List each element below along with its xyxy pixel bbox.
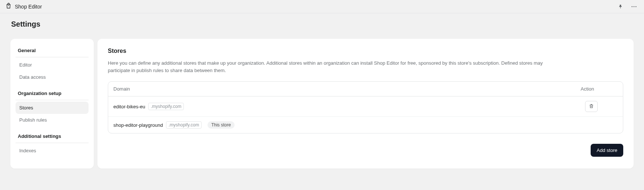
column-header-action: Action <box>581 86 618 92</box>
domain-suffix-badge: .myshopify.com <box>166 121 202 129</box>
sidebar-item-editor[interactable]: Editor <box>16 59 89 71</box>
store-domain-name: shop-editor-playground <box>113 122 163 128</box>
sidebar-item-data-access[interactable]: Data access <box>16 71 89 83</box>
sidebar-group-general: General Editor Data access <box>16 45 89 83</box>
page-header: Settings <box>0 13 644 34</box>
content-area: General Editor Data access Organization … <box>0 34 644 179</box>
shopping-bag-icon <box>5 3 12 10</box>
sidebar-group-title: General <box>16 45 89 57</box>
section-description: Here you can define any additional store… <box>108 60 560 74</box>
page-title: Settings <box>11 20 633 28</box>
top-bar-right <box>617 2 639 11</box>
table-header: Domain Action <box>108 82 623 96</box>
trash-icon <box>589 104 594 110</box>
domain-suffix-badge: .myshopify.com <box>148 103 184 110</box>
sidebar-group-additional-settings: Additional settings Indexes <box>16 131 89 157</box>
add-store-button[interactable]: Add store <box>591 144 623 157</box>
domain-cell: shop-editor-playground .myshopify.com Th… <box>113 121 581 129</box>
sidebar-item-publish-rules[interactable]: Publish rules <box>16 114 89 126</box>
delete-store-button[interactable] <box>585 101 598 112</box>
domain-cell: editor-bikes-eu .myshopify.com <box>113 103 581 110</box>
table-row: shop-editor-playground .myshopify.com Th… <box>108 117 623 133</box>
footer-actions: Add store <box>108 144 623 157</box>
pin-button[interactable] <box>617 3 625 11</box>
svg-point-0 <box>631 6 633 7</box>
settings-sidebar: General Editor Data access Organization … <box>10 39 94 169</box>
sidebar-group-title: Additional settings <box>16 131 89 143</box>
sidebar-item-stores[interactable]: Stores <box>16 102 89 114</box>
column-header-domain: Domain <box>113 86 581 92</box>
app-title: Shop Editor <box>15 4 42 10</box>
store-domain-name: editor-bikes-eu <box>113 104 145 109</box>
action-cell <box>581 101 618 112</box>
svg-point-2 <box>635 6 637 7</box>
stores-table: Domain Action editor-bikes-eu .myshopify… <box>108 81 623 133</box>
table-row: editor-bikes-eu .myshopify.com <box>108 96 623 117</box>
more-options-button[interactable] <box>629 2 639 11</box>
svg-point-1 <box>634 6 635 7</box>
stores-panel: Stores Here you can define any additiona… <box>97 39 634 169</box>
sidebar-group-title: Organization setup <box>16 88 89 100</box>
section-title: Stores <box>108 48 623 54</box>
top-bar: Shop Editor <box>0 0 644 13</box>
sidebar-item-indexes[interactable]: Indexes <box>16 145 89 157</box>
top-bar-left: Shop Editor <box>5 3 42 10</box>
sidebar-group-organization-setup: Organization setup Stores Publish rules <box>16 88 89 126</box>
this-store-badge: This store <box>208 121 235 129</box>
